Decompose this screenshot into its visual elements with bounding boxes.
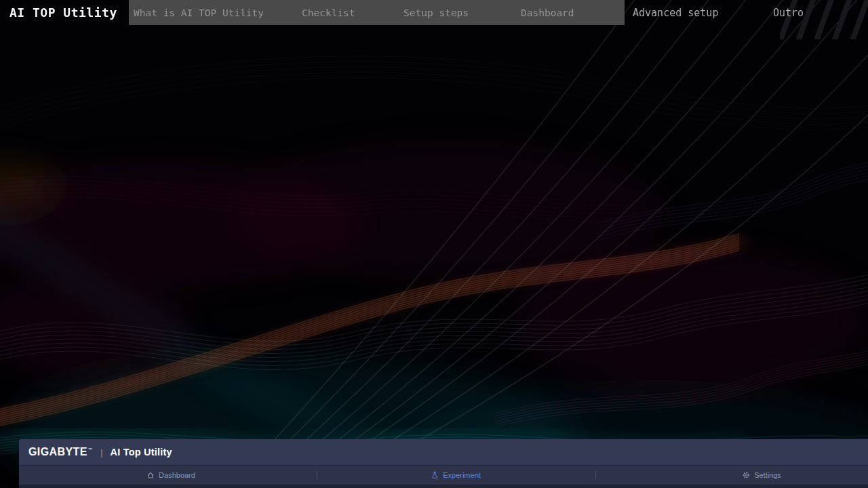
screen: AI TOP Utility What is AI TOP Utility Ch… [0,0,868,488]
nav-item-settings[interactable]: Settings [742,466,781,485]
app-header-bar: GIGABYTE™ | AI Top Utility [19,439,868,465]
chapter-bar: AI TOP Utility What is AI TOP Utility Ch… [0,0,868,25]
chapter-advanced-setup[interactable]: Advanced setup [633,0,718,25]
app-panel: GIGABYTE™ | AI Top Utility Dashboard Exp… [19,439,868,488]
background-waves [0,0,868,488]
chapter-outro[interactable]: Outro [773,0,804,25]
chapter-what-is-ai-top-utility[interactable]: What is AI TOP Utility [134,0,264,25]
gigabyte-logo: GIGABYTE™ [28,446,93,458]
home-icon [146,471,155,479]
nav-item-experiment[interactable]: Experiment [431,466,481,485]
chapter-checklist[interactable]: Checklist [302,0,355,25]
app-nav-bar: Dashboard Experiment Settings [19,465,868,485]
nav-divider [317,471,317,479]
nav-item-label: Experiment [443,471,481,479]
gear-icon [742,471,750,479]
panel-bottom-strip [19,485,868,488]
product-title: AI Top Utility [111,447,172,458]
nav-item-dashboard[interactable]: Dashboard [146,466,195,485]
nav-divider [595,471,596,479]
nav-item-label: Dashboard [159,471,195,479]
trademark-mark: ™ [88,447,93,452]
header-separator: | [100,447,102,458]
app-title: AI TOP Utility [9,0,117,25]
nav-item-label: Settings [754,471,781,479]
flask-icon [431,471,439,479]
chapter-setup-steps[interactable]: Setup steps [403,0,469,25]
chapter-dashboard[interactable]: Dashboard [521,0,574,25]
